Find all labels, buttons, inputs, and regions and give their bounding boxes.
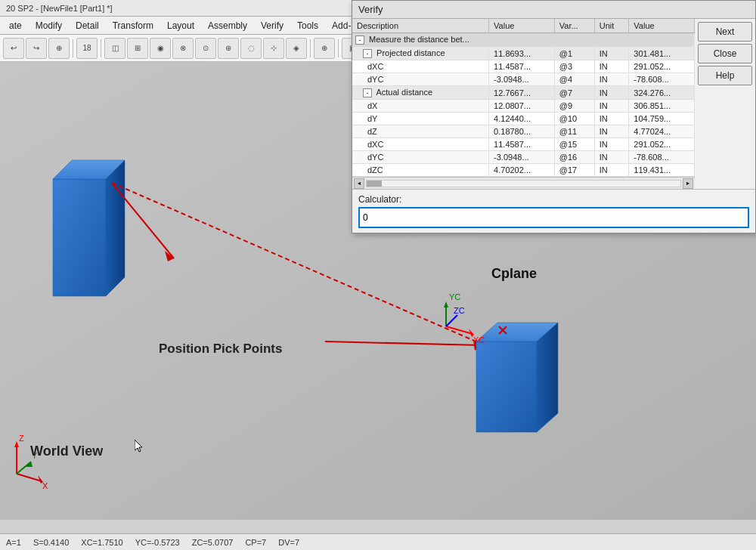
toolbar-btn-1[interactable]: ↩ (3, 38, 24, 59)
row-value: -3.0948... (489, 151, 555, 164)
row-unit: IN (594, 73, 629, 86)
toolbar-btn-14[interactable]: ⊕ (314, 38, 335, 59)
toolbar-btn-7[interactable]: ◉ (150, 38, 171, 59)
row-value: 12.7667... (489, 86, 555, 100)
row-unit: IN (594, 125, 629, 138)
table-row: dXC 11.4587... @15 IN 291.052... (352, 138, 695, 151)
toolbar-btn-10[interactable]: ⊛ (218, 38, 239, 59)
horizontal-scrollbar[interactable]: ◂ ▸ (352, 177, 695, 189)
toolbar-btn-6[interactable]: ⊞ (127, 38, 148, 59)
menu-tools[interactable]: Tools (291, 19, 324, 32)
expand-icon[interactable]: - (363, 49, 372, 58)
row-value2: 4.77024... (629, 125, 695, 138)
toolbar-btn-3[interactable]: ⊕ (48, 38, 70, 59)
toolbar-btn-12[interactable]: ⊹ (263, 38, 284, 59)
verify-title: Verify (352, 1, 755, 19)
pick-points-label: Position Pick Points (159, 341, 282, 357)
row-var: @4 (554, 73, 594, 86)
scroll-left-arrow[interactable]: ◂ (354, 178, 364, 189)
status-cp: CP=7 (245, 538, 266, 547)
close-button[interactable]: Close (698, 44, 752, 63)
help-button[interactable]: Help (698, 66, 752, 85)
verify-buttons-panel: Next Close Help (695, 19, 755, 189)
row-value2: 291.052... (629, 138, 695, 151)
row-value: -3.0948... (489, 73, 555, 86)
toolbar-btn-13[interactable]: ◈ (286, 38, 307, 59)
zc-label: ZC (454, 306, 465, 315)
status-yc: YC=-0.5723 (135, 538, 180, 547)
expand-icon[interactable]: - (363, 88, 372, 97)
row-desc: dXC (352, 138, 489, 151)
toolbar-btn-9[interactable]: ⊙ (195, 38, 216, 59)
row-desc: dZC (352, 164, 489, 177)
world-view-label: World View (30, 443, 103, 459)
verify-panel: Verify Description Value Var... Unit Val… (352, 0, 756, 233)
toolbar-btn-5[interactable]: ◫ (104, 38, 125, 59)
row-value: 11.4587... (489, 138, 555, 151)
xc-label: XC (473, 335, 485, 345)
menu-detail[interactable]: Detail (70, 19, 105, 32)
row-unit: IN (594, 100, 629, 113)
z-axis-label: Z (19, 434, 24, 443)
verify-content: Description Value Var... Unit Value - Me… (352, 19, 755, 189)
row-value: 11.8693... (489, 47, 555, 60)
row-unit: IN (594, 151, 629, 164)
menu-modify[interactable]: Modify (29, 19, 68, 32)
next-button[interactable]: Next (698, 22, 752, 42)
toolbar-btn-4[interactable]: 18 (76, 38, 98, 59)
row-desc: dYC (352, 73, 489, 86)
verify-table: Description Value Var... Unit Value - Me… (352, 19, 695, 177)
row-value: 4.70202... (489, 164, 555, 177)
row-var: @11 (554, 125, 594, 138)
menu-transform[interactable]: Transform (107, 19, 160, 32)
menu-verify[interactable]: Verify (255, 19, 290, 32)
row-desc: - Projected distance (352, 47, 489, 60)
calculator-area: Calculator: (352, 189, 755, 233)
col-description: Description (352, 19, 489, 33)
row-desc: dYC (352, 151, 489, 164)
row-desc: dY (352, 113, 489, 125)
title-text: 20 SP2 - [NewFile1 [Part1] *] (6, 4, 113, 13)
row-unit: IN (594, 138, 629, 151)
toolbar-btn-11[interactable]: ◌ (240, 38, 262, 59)
verify-title-text: Verify (358, 4, 383, 15)
row-var: @16 (554, 151, 594, 164)
scroll-right-arrow[interactable]: ▸ (683, 178, 693, 189)
menu-ate[interactable]: ate (3, 19, 28, 32)
row-var: @17 (554, 164, 594, 177)
row-unit: IN (594, 60, 629, 73)
table-row: dZ 0.18780... @11 IN 4.77024... (352, 125, 695, 138)
verify-table-body: - Measure the distance bet... - Projecte… (352, 33, 695, 177)
cplane-label: Cplane (491, 266, 537, 282)
col-unit: Unit (594, 19, 629, 33)
scroll-track[interactable] (366, 180, 681, 187)
col-var: Var... (554, 19, 594, 33)
row-value: 0.18780... (489, 125, 555, 138)
toolbar-sep-4 (338, 39, 339, 57)
table-row: - Measure the distance bet... (352, 33, 695, 47)
expand-icon[interactable]: - (355, 36, 364, 45)
row-desc: dX (352, 100, 489, 113)
menu-assembly[interactable]: Assembly (202, 19, 253, 32)
table-row: dYC -3.0948... @4 IN -78.608... (352, 73, 695, 86)
row-value2: 104.759... (629, 113, 695, 125)
row-var: @3 (554, 60, 594, 73)
status-zc: ZC=5.0707 (192, 538, 234, 547)
toolbar-btn-2[interactable]: ↪ (26, 38, 47, 59)
box-right-front (476, 341, 537, 432)
menu-layout[interactable]: Layout (161, 19, 200, 32)
svg-marker-1 (135, 440, 142, 452)
calculator-input[interactable] (358, 207, 749, 228)
row-var: @1 (554, 47, 594, 60)
toolbar-btn-8[interactable]: ⊗ (172, 38, 194, 59)
row-value2: 291.052... (629, 60, 695, 73)
toolbar-sep-2 (101, 39, 101, 57)
yc-label: YC (449, 292, 460, 301)
status-s: S=0.4140 (33, 538, 69, 547)
row-value2: 119.431... (629, 164, 695, 177)
toolbar-sep-1 (73, 39, 73, 57)
box-left-side (106, 160, 125, 296)
table-row: dZC 4.70202... @17 IN 119.431... (352, 164, 695, 177)
box-left-front (53, 179, 106, 296)
table-row: - Actual distance 12.7667... @7 IN 324.2… (352, 86, 695, 100)
